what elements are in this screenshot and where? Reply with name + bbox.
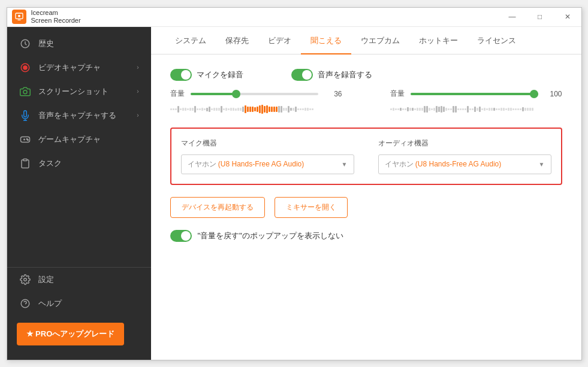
system-waveform [390,104,562,116]
sidebar-item-screenshot[interactable]: スクリーンショット › [7,80,151,104]
gamepad-icon [19,134,31,145]
app-icon [12,10,26,24]
audio-device-group: オーディオ機器 イヤホン (U8 Hands-Free AG Audio) ▼ [378,138,551,174]
svg-point-5 [23,66,27,69]
restart-device-button[interactable]: デバイスを再起動する [170,197,265,218]
close-button[interactable]: ✕ [554,7,581,26]
audio-settings-panel: マイクを録音 音声を録音する 音量 [151,54,581,360]
clipboard-icon [19,157,31,169]
sidebar-bottom: 設定 ヘルプ ★ PROへアップグレード [7,267,151,360]
mic-volume-value: 36 [324,90,342,98]
audio-select-arrow-icon: ▼ [539,161,545,168]
camera-icon [19,86,31,98]
system-volume-value: 100 [544,90,562,98]
main-layout: 歴史 ビデオキャプチャ › [7,27,581,360]
audio-device-value: イヤホン (U8 Hands-Free AG Audio) [385,159,502,169]
volume-row: 音量 36 音量 [170,88,562,100]
sidebar-item-video-capture[interactable]: ビデオキャプチャ › [7,56,151,80]
main-window: Icecream Screen Recorder — □ ✕ [7,7,582,360]
mic-volume-slider[interactable] [191,88,318,100]
system-slider-track [411,93,538,95]
content-area: システム 保存先 ビデオ 聞こえる ウエブカム ホットキー ライセンス マイクを… [151,27,581,360]
audio-device-select[interactable]: イヤホン (U8 Hands-Free AG Audio) ▼ [378,154,551,174]
sidebar-item-label: スクリーンショット [38,86,108,97]
suppress-popup-label: "音量を戻す"のポップアップを表示しない [198,230,343,241]
app-icon-svg [14,12,24,22]
system-slider-fill [411,93,538,95]
mic-toggle-group: マイクを録音 [170,69,243,81]
system-volume-label: 音量 [390,89,405,99]
mic-device-value: イヤホン (イヤホン (U8 Hands-Free AG Audio)U8 Ha… [188,159,304,169]
sidebar-item-label: タスク [38,158,62,169]
sidebar-nav: 歴史 ビデオキャプチャ › [7,27,151,267]
svg-rect-2 [17,20,20,20]
mic-select-arrow-icon: ▼ [342,161,348,168]
toggle-row: マイクを録音 音声を録音する [170,69,562,81]
upgrade-button[interactable]: ★ PROへアップグレード [17,323,125,345]
mic-volume-group: 音量 36 [170,88,342,100]
sidebar-item-settings[interactable]: 設定 [7,268,151,292]
device-row: マイク機器 イヤホン (イヤホン (U8 Hands-Free AG Audio… [181,138,551,174]
tab-system[interactable]: システム [165,27,216,54]
titlebar-left: Icecream Screen Recorder [12,9,81,25]
mic-slider-thumb[interactable] [232,90,240,98]
sidebar-item-history[interactable]: 歴史 [7,32,151,56]
mic-icon [19,110,31,122]
mic-device-label: マイク機器 [181,138,354,148]
minimize-button[interactable]: — [499,7,526,26]
gear-icon [19,274,31,286]
tab-hotkeys[interactable]: ホットキー [409,27,468,54]
sidebar-item-game-capture[interactable]: ゲームキャプチャ [7,128,151,151]
bottom-toggle-row: "音量を戻す"のポップアップを表示しない [170,230,562,242]
sidebar-item-label: 歴史 [38,38,54,49]
waveform-row [170,104,562,116]
svg-point-15 [23,278,26,281]
chevron-right-icon: › [137,112,138,119]
tab-webcam[interactable]: ウエブカム [351,27,409,54]
system-audio-toggle[interactable] [291,69,313,81]
tab-bar: システム 保存先 ビデオ 聞こえる ウエブカム ホットキー ライセンス [151,27,581,54]
mic-toggle[interactable] [170,69,192,81]
svg-point-1 [18,15,20,17]
sidebar-item-label: ビデオキャプチャ [38,62,101,73]
mic-waveform [170,104,342,116]
tab-storage[interactable]: 保存先 [216,27,258,54]
sidebar-item-label: 設定 [38,274,54,285]
system-volume-group: 音量 100 [390,88,562,100]
sidebar-item-label: 音声をキャプチャする [38,110,116,121]
audio-device-label: オーディオ機器 [378,138,551,148]
open-mixer-button[interactable]: ミキサーを開く [275,197,348,218]
titlebar: Icecream Screen Recorder — □ ✕ [7,8,581,27]
video-icon [19,62,31,74]
mic-slider-track [191,93,318,95]
titlebar-controls: — □ ✕ [499,7,581,26]
app-title: Icecream Screen Recorder [31,9,81,25]
question-icon [19,298,31,310]
sidebar-item-label: ゲームキャプチャ [38,134,101,145]
mic-toggle-label: マイクを録音 [197,69,243,80]
mic-volume-label: 音量 [170,89,185,99]
sidebar-item-task[interactable]: タスク [7,151,151,175]
maximize-button[interactable]: □ [526,7,554,26]
action-row: デバイスを再起動する ミキサーを開く [170,197,562,218]
chevron-right-icon: › [137,64,138,71]
mic-device-group: マイク機器 イヤホン (イヤホン (U8 Hands-Free AG Audio… [181,138,354,174]
system-slider-thumb[interactable] [530,90,538,98]
tab-license[interactable]: ライセンス [468,27,526,54]
device-section: マイク機器 イヤホン (イヤホン (U8 Hands-Free AG Audio… [170,128,562,185]
svg-point-6 [23,90,27,93]
sidebar-item-help[interactable]: ヘルプ [7,292,151,316]
system-toggle-label: 音声を録音する [318,69,372,80]
system-volume-slider[interactable] [411,88,538,100]
sidebar-item-audio-capture[interactable]: 音声をキャプチャする › [7,104,151,128]
sidebar: 歴史 ビデオキャプチャ › [7,27,151,360]
mic-slider-fill [191,93,237,95]
suppress-popup-toggle[interactable] [170,230,192,242]
tab-video[interactable]: ビデオ [258,27,301,54]
clock-icon [19,38,31,50]
tab-audio[interactable]: 聞こえる [301,27,351,54]
mic-device-select[interactable]: イヤホン (イヤホン (U8 Hands-Free AG Audio)U8 Ha… [181,154,354,174]
chevron-right-icon: › [137,88,138,95]
sidebar-item-label: ヘルプ [38,298,62,309]
system-toggle-group: 音声を録音する [291,69,372,81]
